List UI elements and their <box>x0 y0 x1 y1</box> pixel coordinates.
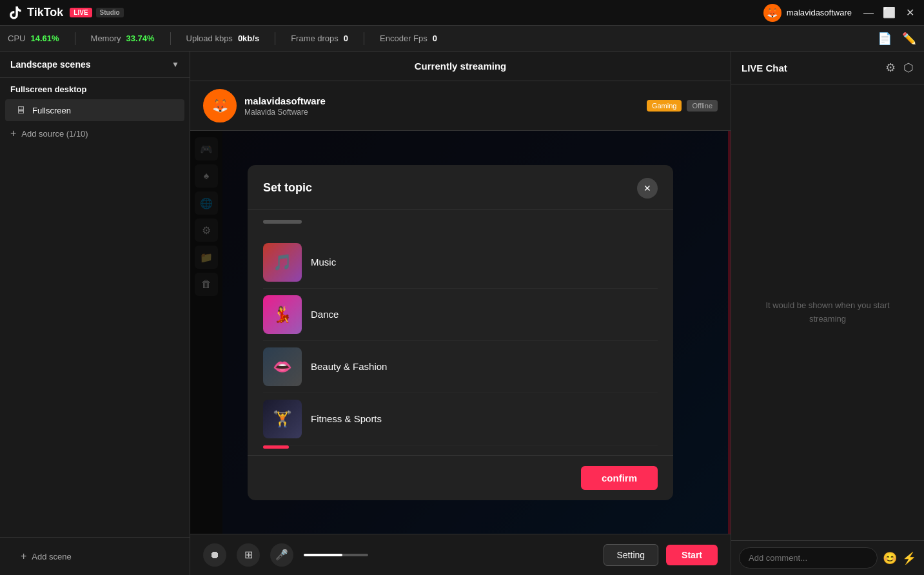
divider-4 <box>364 32 364 45</box>
profile-sub: Malavida Software <box>244 108 326 117</box>
upload-stat: Upload kbps 0kb/s <box>186 34 260 43</box>
topic-thumb-dance: 💃 <box>263 295 302 334</box>
maximize-button[interactable]: ⬜ <box>883 6 896 19</box>
bottom-controls-left: ⏺ ⊞ 🎤 <box>203 543 368 567</box>
chat-placeholder: It would be shown when you startstreamin… <box>765 299 889 326</box>
add-scene-label: Add scene <box>32 552 71 561</box>
partial-selection-bar <box>263 445 289 449</box>
encoder-fps-label: Encoder Fps <box>380 34 428 43</box>
plus-icon: + <box>10 128 16 139</box>
setting-button[interactable]: Setting <box>604 544 659 566</box>
divider-1 <box>75 32 75 45</box>
topic-label-beauty: Beauty & Fashion <box>311 361 387 372</box>
statsbar: CPU 14.61% Memory 33.74% Upload kbps 0kb… <box>0 26 924 52</box>
profile-badges: Gaming Offline <box>647 100 718 112</box>
expand-icon[interactable]: ⬡ <box>903 61 914 75</box>
frame-drops-label: Frame drops <box>291 34 339 43</box>
topic-label-dance: Dance <box>311 309 339 320</box>
document-icon[interactable]: 📄 <box>878 32 892 46</box>
add-source-button[interactable]: + Add source (1/10) <box>0 122 190 144</box>
add-scene-button[interactable]: + Add scene <box>10 545 179 567</box>
upload-label: Upload kbps <box>186 34 233 43</box>
scene-title: Landscape scenes <box>10 59 91 70</box>
chat-panel: LIVE Chat ⚙ ⬡ It would be shown when you… <box>731 52 924 575</box>
profile-info: malavidasoftware Malavida Software <box>244 95 326 117</box>
search-bar[interactable] <box>263 220 302 224</box>
topic-thumb-music: 🎵 <box>263 243 302 282</box>
stream-title: Currently streaming <box>415 61 507 72</box>
frame-drops-value: 0 <box>344 34 348 43</box>
app-name: TikTok <box>27 6 63 19</box>
encoder-fps-value: 0 <box>433 34 437 43</box>
topic-thumb-beauty: 👄 <box>263 347 302 386</box>
statsbar-right: 📄 ✏️ <box>878 32 916 46</box>
offline-badge: Offline <box>687 100 718 112</box>
username: malavidasoftware <box>787 8 852 17</box>
record-button[interactable]: ⏺ <box>203 543 226 567</box>
tiktok-logo: TikTok LIVE Studio <box>8 5 124 21</box>
profile-row: 🦊 malavidasoftware Malavida Software Gam… <box>190 81 731 131</box>
user-avatar: 🦊 <box>763 4 781 22</box>
edit-icon[interactable]: ✏️ <box>902 32 916 46</box>
scene-section-title: Fullscreen desktop <box>0 78 190 98</box>
center-panel: Currently streaming 🦊 malavidasoftware M… <box>190 52 731 575</box>
modal-header: Set topic ✕ <box>248 165 673 210</box>
titlebar: TikTok LIVE Studio 🦊 malavidasoftware — … <box>0 0 924 26</box>
titlebar-right: 🦊 malavidasoftware — ⬜ ✕ <box>763 4 916 22</box>
volume-fill <box>304 554 342 556</box>
minimize-button[interactable]: — <box>862 6 875 19</box>
topic-item-dance[interactable]: 💃 Dance <box>263 289 658 341</box>
divider-3 <box>275 32 275 45</box>
cpu-label: CPU <box>8 34 25 43</box>
memory-value: 33.74% <box>126 34 155 43</box>
topic-label-fitness: Fitness & Sports <box>311 413 382 424</box>
cpu-value: 14.61% <box>30 34 59 43</box>
settings-icon[interactable]: ⚙ <box>885 61 896 75</box>
modal-overlay: Set topic ✕ 🎵 Music 💃 Dance <box>190 131 731 534</box>
topic-item-music[interactable]: 🎵 Music <box>263 237 658 289</box>
memory-label: Memory <box>91 34 121 43</box>
window-controls: — ⬜ ✕ <box>862 6 916 19</box>
set-topic-modal: Set topic ✕ 🎵 Music 💃 Dance <box>248 165 673 500</box>
profile-name: malavidasoftware <box>244 95 326 106</box>
mic-button[interactable]: 🎤 <box>270 543 293 567</box>
cpu-stat: CPU 14.61% <box>8 34 59 43</box>
chevron-down-icon[interactable]: ▼ <box>172 60 179 69</box>
frame-drops-stat: Frame drops 0 <box>291 34 348 43</box>
sidebar-header: Landscape scenes ▼ <box>0 52 190 78</box>
add-scene-plus-icon: + <box>21 551 26 562</box>
titlebar-left: TikTok LIVE Studio <box>8 5 124 21</box>
filter-icon[interactable]: ⚡ <box>902 551 916 565</box>
center-bottom: ⏺ ⊞ 🎤 Setting Start <box>190 534 731 575</box>
sidebar-item-label: Fullscreen <box>32 106 71 115</box>
topic-item-fitness[interactable]: 🏋️ Fitness & Sports <box>263 393 658 445</box>
sidebar-item-fullscreen[interactable]: 🖥 Fullscreen <box>5 99 184 121</box>
volume-slider[interactable] <box>304 554 368 556</box>
add-source-label: Add source (1/10) <box>21 129 88 139</box>
chat-footer: 😊 ⚡ <box>731 540 924 575</box>
topic-thumb-fitness: 🏋️ <box>263 400 302 438</box>
chat-title: LIVE Chat <box>742 63 787 73</box>
modal-title: Set topic <box>263 181 312 195</box>
chat-icons: ⚙ ⬡ <box>885 61 914 75</box>
chat-body: It would be shown when you startstreamin… <box>731 84 924 540</box>
sidebar-bottom: + Add scene <box>0 537 190 575</box>
user-info: 🦊 malavidasoftware <box>763 4 852 22</box>
confirm-button[interactable]: confirm <box>581 466 658 490</box>
modal-close-button[interactable]: ✕ <box>637 178 658 199</box>
comment-input[interactable] <box>739 547 878 569</box>
upload-value: 0kb/s <box>238 34 259 43</box>
close-button[interactable]: ✕ <box>903 6 916 19</box>
emoji-icon[interactable]: 😊 <box>883 551 897 565</box>
topic-item-beauty[interactable]: 👄 Beauty & Fashion <box>263 341 658 393</box>
profile-avatar: 🦊 <box>203 89 237 122</box>
gaming-badge: Gaming <box>647 100 682 112</box>
stream-area: 🎮 ♠ 🌐 ⚙ 📁 🗑 Set topic ✕ <box>190 131 731 534</box>
chat-header: LIVE Chat ⚙ ⬡ <box>731 52 924 84</box>
modal-body: 🎵 Music 💃 Dance 👄 Beauty & Fashion <box>248 210 673 455</box>
topic-label-music: Music <box>311 257 336 268</box>
divider-2 <box>170 32 171 45</box>
main-layout: Landscape scenes ▼ Fullscreen desktop 🖥 … <box>0 52 924 575</box>
start-button[interactable]: Start <box>666 545 718 565</box>
mixer-button[interactable]: ⊞ <box>237 543 260 567</box>
